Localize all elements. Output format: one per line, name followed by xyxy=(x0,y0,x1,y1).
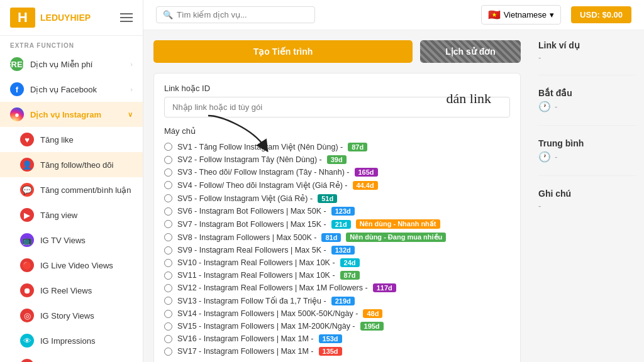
table-row: SV10 - Instagram Real Followers | Max 10… xyxy=(164,258,510,267)
heart-icon: ♥ xyxy=(20,133,34,146)
server-label: SV5 - Follow Instagram Việt (Giá Rẻ) - xyxy=(177,194,313,203)
sidebar-item-like-label: Tăng like xyxy=(40,135,74,145)
sidebar-item-igreel-label: IG Reel Views xyxy=(40,286,92,295)
server-label: SV12 - Instagram Real Followers | Max 1M… xyxy=(177,283,368,292)
sidebar-item-igtv[interactable]: 📺 IG TV Views xyxy=(0,228,143,253)
sidebar-item-iglive-label: IG Live Video Views xyxy=(40,261,113,270)
tv-icon: 📺 xyxy=(20,233,34,247)
link-label: Link hoặc ID xyxy=(164,84,510,93)
server-radio-sv9[interactable] xyxy=(164,246,172,255)
server-badge-sv17: 135d xyxy=(319,347,342,356)
sidebar-item-follow[interactable]: 👤 Tăng follow/theo dõi xyxy=(0,152,143,177)
server-radio-sv5[interactable] xyxy=(164,194,172,202)
reel-icon: ⏺ xyxy=(20,283,34,297)
server-radio-sv13[interactable] xyxy=(164,297,172,305)
person-icon: 👤 xyxy=(20,158,34,172)
flag-icon: 🇻🇳 xyxy=(488,9,501,21)
language-selector[interactable]: 🇻🇳 Vietnamese ▾ xyxy=(481,5,561,25)
server-label: SV9 - Instagram Real Followers | Max 5K … xyxy=(177,246,326,255)
server-badge-sv16: 153d xyxy=(319,334,342,343)
server-radio-sv16[interactable] xyxy=(164,335,172,343)
clock-icon: 🕐 xyxy=(538,101,551,112)
server-badge-sv15: 195d xyxy=(360,322,384,331)
server-tag-sv7: Nên dùng - Nhanh nhất xyxy=(356,219,440,229)
sidebar-item-facebook-label: Dịch vụ Facebook xyxy=(30,85,97,94)
sidebar-item-facebook[interactable]: f Dịch vụ Facebook › xyxy=(0,77,143,102)
link-example-title: Link ví dụ xyxy=(538,40,636,50)
table-row: SV1 - Tăng Follow Instagram Việt (Nên Dù… xyxy=(164,142,510,151)
sidebar-item-free[interactable]: FREE Dịch vụ Miễn phí › xyxy=(0,52,143,77)
server-label: SV15 - Instagram Followers | Max 1M-200K… xyxy=(177,322,355,331)
server-badge-sv7: 21d xyxy=(331,220,351,229)
search-input[interactable] xyxy=(177,10,308,19)
sidebar: H LEDUYHIEP EXTRA FUNCTION FREE Dịch vụ … xyxy=(0,0,143,362)
server-radio-sv3[interactable] xyxy=(164,168,172,177)
note-title: Ghi chú xyxy=(538,189,636,199)
server-radio-sv2[interactable] xyxy=(164,156,172,164)
story-icon: ◎ xyxy=(20,309,34,322)
server-radio-sv14[interactable] xyxy=(164,310,172,318)
server-badge-sv5: 51d xyxy=(318,194,337,203)
server-radio-sv6[interactable] xyxy=(164,207,172,216)
table-row: SV4 - Follow/ Theo dõi Instagram Việt (G… xyxy=(164,180,510,190)
sidebar-item-igstory[interactable]: ◎ IG Story Views xyxy=(0,303,143,328)
chevron-right-icon-fb: › xyxy=(130,85,133,93)
server-radio-sv4[interactable] xyxy=(164,181,172,189)
start-title: Bắt đầu xyxy=(538,88,636,98)
server-list: SV1 - Tăng Follow Instagram Việt (Nên Dù… xyxy=(164,142,510,356)
server-badge-sv12: 117d xyxy=(373,283,396,292)
server-badge-sv8: 81d xyxy=(321,233,341,242)
sidebar-item-instagram[interactable]: ● Dịch vụ Instagram ∨ xyxy=(0,102,143,127)
search-box[interactable]: 🔍 xyxy=(156,6,315,23)
sidebar-item-view[interactable]: ▶ Tăng view xyxy=(0,202,143,228)
server-radio-sv17[interactable] xyxy=(164,348,172,356)
server-radio-sv15[interactable] xyxy=(164,322,172,331)
link-input[interactable] xyxy=(164,97,510,118)
server-label: SV1 - Tăng Follow Instagram Việt (Nên Dù… xyxy=(177,142,343,151)
balance-button[interactable]: USD: $0.00 xyxy=(571,6,631,23)
hamburger-menu[interactable] xyxy=(120,13,133,22)
server-badge-sv10: 24d xyxy=(340,258,360,267)
sidebar-item-igreel[interactable]: ⏺ IG Reel Views xyxy=(0,278,143,303)
table-row: SV16 - Instagram Followers | Max 1M - 15… xyxy=(164,334,510,343)
server-label: SV7 - Instagram Bot Followers | Max 15K … xyxy=(177,220,326,229)
link-example-value: - xyxy=(538,53,636,62)
server-label: SV2 - Follow Instagram Tây (Nên Dùng) - xyxy=(177,155,322,164)
average-title: Trung bình xyxy=(538,138,636,148)
arrow-area: dán link xyxy=(164,97,510,118)
table-row: SV17 - Instagram Followers | Max 1M - 13… xyxy=(164,347,510,356)
sidebar-item-iglive[interactable]: 🔴 IG Live Video Views xyxy=(0,253,143,278)
table-row: SV8 - Instagram Followers | Max 500K - 8… xyxy=(164,233,510,242)
sidebar-item-follow-label: Tăng follow/theo dõi xyxy=(40,160,113,170)
create-button[interactable]: Tạo Tiến trình xyxy=(153,40,413,63)
server-label: SV10 - Instagram Real Followers | Max 10… xyxy=(177,258,335,267)
sidebar-item-igimpressions[interactable]: 👁 IG Impressions xyxy=(0,328,143,353)
server-label: SV14 - Instagram Followers | Max 500K-50… xyxy=(177,309,358,318)
search-icon: 🔍 xyxy=(163,10,173,19)
sidebar-item-igsaves[interactable]: 🔖 IG Saves xyxy=(0,353,143,362)
table-row: SV7 - Instagram Bot Followers | Max 15K … xyxy=(164,219,510,229)
table-row: SV11 - Instagram Real Followers | Max 10… xyxy=(164,271,510,280)
sidebar-item-like[interactable]: ♥ Tăng like xyxy=(0,127,143,152)
server-radio-sv8[interactable] xyxy=(164,233,172,241)
server-badge-sv6: 123d xyxy=(331,207,355,216)
content-area: Tạo Tiến trình Lịch sử đơn Link hoặc ID xyxy=(143,30,644,362)
sidebar-item-comment[interactable]: 💬 Tăng comment/bình luận xyxy=(0,177,143,202)
server-label: SV11 - Instagram Real Followers | Max 10… xyxy=(177,271,335,280)
history-button[interactable]: Lịch sử đơn xyxy=(420,40,521,63)
server-radio-sv12[interactable] xyxy=(164,284,172,292)
server-label: SV17 - Instagram Followers | Max 1M - xyxy=(177,347,314,356)
form-panel: Link hoặc ID dán link M xyxy=(153,73,521,362)
sidebar-item-igimpressions-label: IG Impressions xyxy=(40,336,95,346)
topbar: 🔍 🇻🇳 Vietnamese ▾ USD: $0.00 xyxy=(143,0,644,30)
table-row: SV14 - Instagram Followers | Max 500K-50… xyxy=(164,309,510,318)
server-label: SV16 - Instagram Followers | Max 1M - xyxy=(177,334,314,343)
server-radio-sv11[interactable] xyxy=(164,272,172,280)
server-radio-sv1[interactable] xyxy=(164,143,172,151)
server-badge-sv3: 165d xyxy=(355,168,378,177)
server-radio-sv7[interactable] xyxy=(164,220,172,228)
servers-label: Máy chủ xyxy=(164,126,510,136)
start-value: 🕐 - xyxy=(538,101,636,112)
server-radio-sv10[interactable] xyxy=(164,259,172,267)
table-row: SV9 - Instagram Real Followers | Max 5K … xyxy=(164,246,510,255)
